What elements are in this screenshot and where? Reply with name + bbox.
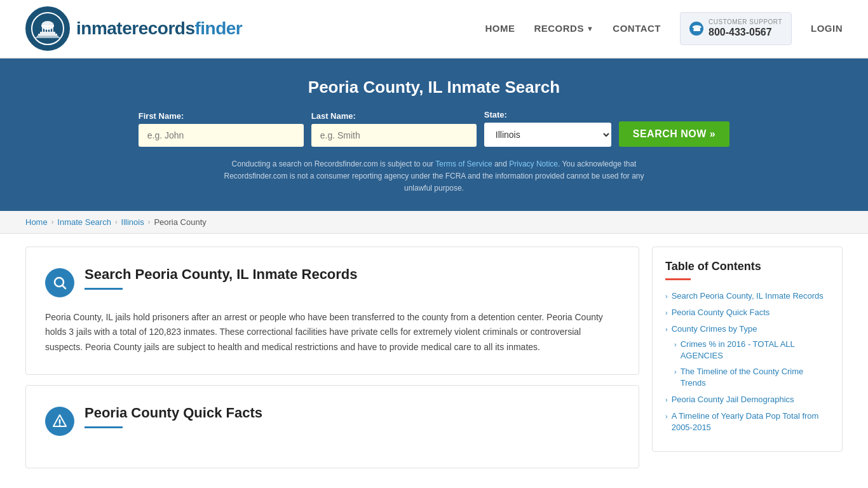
sidebar-toc: Table of Contents › Search Peoria County… xyxy=(652,247,843,478)
last-name-input[interactable] xyxy=(311,124,477,147)
section2-header: Peoria County Quick Facts xyxy=(45,405,620,438)
first-name-group: First Name: xyxy=(139,111,304,147)
toc-sublist-3: › Crimes % in 2016 - TOTAL ALL AGENCIES … xyxy=(665,339,829,389)
section1-title: Search Peoria County, IL Inmate Records xyxy=(85,266,358,283)
section1-text: Peoria County, IL jails hold prisoners a… xyxy=(45,310,620,355)
search-section-icon xyxy=(45,268,74,297)
section1-divider xyxy=(85,288,123,290)
section2-title: Peoria County Quick Facts xyxy=(85,405,262,421)
chevron-right-icon: › xyxy=(665,412,668,421)
content-left: Search Peoria County, IL Inmate Records … xyxy=(25,247,639,478)
toc-sublink-3-1[interactable]: › Crimes % in 2016 - TOTAL ALL AGENCIES xyxy=(674,339,829,362)
toc-link-2[interactable]: › Peoria County Quick Facts xyxy=(665,307,829,318)
alert-section-icon xyxy=(45,407,74,436)
chevron-down-icon: ▼ xyxy=(587,25,593,32)
toc-item-4: › Peoria County Jail Demographics xyxy=(665,394,829,405)
support-label: CUSTOMER SUPPORT xyxy=(709,18,782,26)
logo-text: inmaterecordsfinder xyxy=(76,18,242,39)
chevron-right-icon: › xyxy=(665,308,668,318)
main-nav: HOME RECORDS ▼ CONTACT ☎ CUSTOMER SUPPOR… xyxy=(485,12,843,45)
chevron-right-icon: › xyxy=(674,340,677,349)
svg-rect-11 xyxy=(36,37,60,38)
chevron-right-icon: › xyxy=(665,395,668,405)
toc-sublink-3-2[interactable]: › The Timeline of the County Crime Trend… xyxy=(674,366,829,389)
disclaimer-text: Conducting a search on Recordsfinder.com… xyxy=(212,158,656,195)
breadcrumb-sep-1: › xyxy=(51,218,54,226)
breadcrumb-inmate-search[interactable]: Inmate Search xyxy=(57,217,111,227)
toc-subitem-3-2: › The Timeline of the County Crime Trend… xyxy=(674,366,829,389)
first-name-input[interactable] xyxy=(139,124,304,147)
support-number: 800-433-0567 xyxy=(709,26,782,39)
svg-rect-5 xyxy=(47,27,48,32)
state-label: State: xyxy=(484,110,507,119)
svg-rect-10 xyxy=(37,36,58,37)
last-name-group: Last Name: xyxy=(311,111,477,147)
search-button[interactable]: SEARCH NOW » xyxy=(619,121,729,147)
svg-point-15 xyxy=(59,424,60,426)
last-name-label: Last Name: xyxy=(311,111,356,121)
section2-divider xyxy=(85,426,123,428)
svg-rect-6 xyxy=(50,27,51,32)
toc-link-5[interactable]: › A Timeline of Yearly Data Pop Total fr… xyxy=(665,410,829,433)
terms-link[interactable]: Terms of Service xyxy=(435,159,492,168)
svg-rect-8 xyxy=(40,32,55,34)
toc-subitem-3-1: › Crimes % in 2016 - TOTAL ALL AGENCIES xyxy=(674,339,829,362)
breadcrumb-illinois[interactable]: Illinois xyxy=(121,217,144,227)
svg-rect-7 xyxy=(52,27,53,32)
toc-link-4[interactable]: › Peoria County Jail Demographics xyxy=(665,394,829,405)
privacy-link[interactable]: Privacy Notice xyxy=(509,159,558,168)
svg-rect-2 xyxy=(41,25,54,27)
search-form: First Name: Last Name: State: Illinois A… xyxy=(25,110,843,147)
svg-line-13 xyxy=(63,286,66,289)
toc-list: › Search Peoria County, IL Inmate Record… xyxy=(665,290,829,434)
first-name-label: First Name: xyxy=(139,111,184,121)
svg-rect-9 xyxy=(38,34,57,36)
toc-title: Table of Contents xyxy=(665,260,829,273)
breadcrumb-home[interactable]: Home xyxy=(25,217,48,227)
hero-title: Peoria County, IL Inmate Search xyxy=(25,78,843,97)
toc-item-3: › County Crimes by Type › Crimes % in 20… xyxy=(665,323,829,389)
chevron-right-icon: › xyxy=(674,367,677,377)
chevron-right-icon: › xyxy=(665,292,668,301)
toc-link-1[interactable]: › Search Peoria County, IL Inmate Record… xyxy=(665,290,829,302)
logo-area: inmaterecordsfinder xyxy=(25,6,242,51)
breadcrumb-sep-3: › xyxy=(148,218,151,226)
toc-item-1: › Search Peoria County, IL Inmate Record… xyxy=(665,290,829,302)
toc-divider xyxy=(665,278,691,280)
toc-link-3[interactable]: › County Crimes by Type xyxy=(665,323,829,335)
section-inmate-records: Search Peoria County, IL Inmate Records … xyxy=(25,247,639,375)
breadcrumb: Home › Inmate Search › Illinois › Peoria… xyxy=(0,211,868,234)
support-box[interactable]: ☎ CUSTOMER SUPPORT 800-433-0567 xyxy=(680,12,792,45)
state-select[interactable]: Illinois Alabama Alaska Arizona Californ… xyxy=(484,123,611,147)
header: inmaterecordsfinder HOME RECORDS ▼ CONTA… xyxy=(0,0,868,58)
phone-icon: ☎ xyxy=(689,22,703,36)
toc-card: Table of Contents › Search Peoria County… xyxy=(652,247,843,452)
section-quick-facts: Peoria County Quick Facts xyxy=(25,385,639,468)
nav-contact[interactable]: CONTACT xyxy=(613,23,661,34)
breadcrumb-current: Peoria County xyxy=(154,217,206,227)
section1-header: Search Peoria County, IL Inmate Records xyxy=(45,266,620,300)
chevron-right-icon: › xyxy=(665,325,668,334)
search-hero: Peoria County, IL Inmate Search First Na… xyxy=(0,58,868,211)
nav-home[interactable]: HOME xyxy=(485,23,515,34)
toc-item-5: › A Timeline of Yearly Data Pop Total fr… xyxy=(665,410,829,433)
state-group: State: Illinois Alabama Alaska Arizona C… xyxy=(484,110,611,147)
svg-rect-4 xyxy=(44,27,46,32)
main-container: Search Peoria County, IL Inmate Records … xyxy=(0,234,868,488)
nav-records[interactable]: RECORDS ▼ xyxy=(534,23,593,34)
logo-icon xyxy=(25,6,70,51)
svg-rect-3 xyxy=(42,27,43,32)
nav-login[interactable]: LOGIN xyxy=(811,23,843,34)
toc-item-2: › Peoria County Quick Facts xyxy=(665,307,829,318)
breadcrumb-sep-2: › xyxy=(115,218,118,226)
